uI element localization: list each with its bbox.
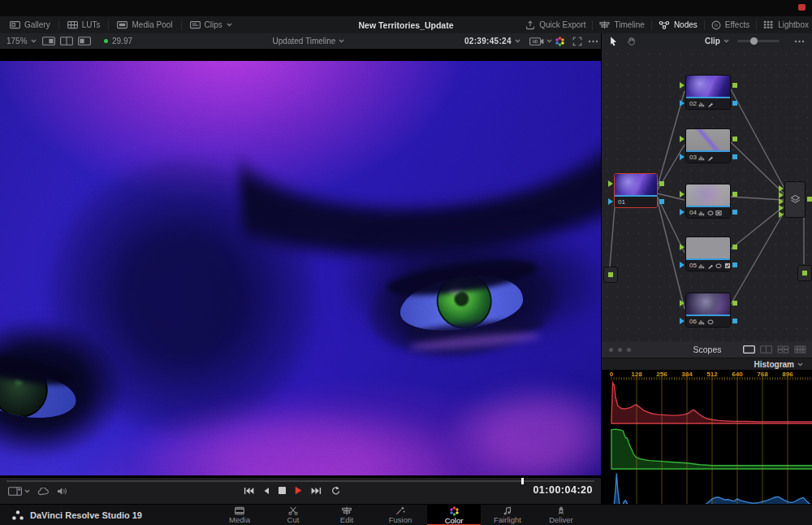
- corrector-node-06[interactable]: 06: [685, 293, 731, 328]
- node-panel-options-button[interactable]: [794, 33, 805, 49]
- frame-rate-indicator: 29.97: [104, 33, 132, 49]
- rgb-output-port[interactable]: [732, 245, 737, 249]
- page-fairlight[interactable]: Fairlight: [481, 505, 534, 525]
- page-cut[interactable]: Cut: [266, 505, 320, 525]
- chevron-down-icon: [31, 39, 37, 43]
- grade-toggle[interactable]: [555, 33, 565, 49]
- key-input-port[interactable]: [680, 100, 685, 106]
- chevron-down-icon: [546, 39, 552, 43]
- key-output-port[interactable]: [732, 319, 737, 323]
- viewer-layout-dropdown[interactable]: [8, 487, 30, 496]
- top-button-timeline[interactable]: Timeline: [599, 20, 644, 29]
- node-zoom-slider[interactable]: [737, 33, 780, 49]
- rgb-input-port[interactable]: [680, 82, 685, 89]
- scopes-title: Scopes: [693, 345, 721, 354]
- top-button-luts[interactable]: LUTs: [67, 20, 101, 29]
- top-button-nodes[interactable]: Nodes: [659, 20, 698, 29]
- corrector-node-05[interactable]: 05: [685, 236, 731, 271]
- format-selector[interactable]: HD: [529, 33, 552, 49]
- slider-track[interactable]: [737, 40, 780, 42]
- page-fusion[interactable]: Fusion: [374, 505, 427, 525]
- node-wire: [730, 88, 784, 187]
- rgb-input-port[interactable]: [680, 136, 685, 142]
- key-input-port[interactable]: [608, 198, 613, 205]
- scope-window-dots[interactable]: [602, 348, 631, 352]
- pan-tool-button[interactable]: [627, 33, 637, 49]
- bypass-grade-icon[interactable]: [37, 488, 50, 496]
- mixer-output-port[interactable]: [807, 197, 812, 202]
- mixer-input-port[interactable]: [779, 205, 784, 211]
- rgb-input-port[interactable]: [680, 191, 685, 197]
- rgb-output-port[interactable]: [732, 192, 737, 197]
- page-deliver[interactable]: Deliver: [534, 505, 588, 525]
- rgb-output-port[interactable]: [732, 301, 737, 306]
- scope-layout-single-icon[interactable]: [743, 345, 755, 354]
- expand-viewer-button[interactable]: [572, 33, 582, 49]
- timeline-selector[interactable]: Updated Timeline: [252, 33, 365, 49]
- source-node[interactable]: [603, 267, 618, 283]
- top-button-lightbox[interactable]: Lightbox: [763, 20, 809, 29]
- node-mode-dropdown[interactable]: Clip: [705, 33, 729, 49]
- viewer-scrubber[interactable]: [6, 480, 594, 482]
- ellipse-node-icon: [715, 262, 722, 269]
- key-input-port[interactable]: [680, 318, 685, 324]
- go-to-end-button[interactable]: [311, 487, 322, 495]
- selection-tool-button[interactable]: [609, 33, 618, 49]
- resolve-logo-icon: [11, 510, 24, 521]
- scope-layout-quad-icon[interactable]: [777, 345, 789, 354]
- mixer-input-port[interactable]: [779, 192, 784, 198]
- loop-button[interactable]: [330, 486, 340, 495]
- mixer-input-port[interactable]: [779, 198, 784, 205]
- key-output-port[interactable]: [732, 154, 737, 159]
- viewer-options-button[interactable]: [588, 33, 598, 49]
- bars-node-icon: [698, 262, 705, 269]
- key-input-port[interactable]: [680, 209, 685, 215]
- playhead-marker[interactable]: [521, 478, 524, 484]
- output-node[interactable]: [797, 265, 812, 281]
- rgb-output-port[interactable]: [659, 181, 664, 186]
- top-button-gallery[interactable]: Gallery: [10, 20, 50, 29]
- key-output-port[interactable]: [732, 262, 737, 267]
- stop-button[interactable]: [279, 487, 286, 494]
- key-input-port[interactable]: [680, 262, 685, 268]
- layer-mixer-node[interactable]: [784, 181, 806, 218]
- viewer-mode-enhanced-icon[interactable]: [78, 37, 91, 46]
- page-edit[interactable]: Edit: [320, 505, 374, 525]
- viewer-timecode[interactable]: 02:39:45:24: [464, 33, 520, 49]
- top-button-clips[interactable]: Clips: [190, 20, 232, 29]
- key-output-port[interactable]: [732, 101, 737, 106]
- top-button-quick-export[interactable]: Quick Export: [525, 20, 585, 30]
- corrector-node-04[interactable]: 04: [685, 184, 731, 219]
- key-input-port[interactable]: [680, 154, 685, 160]
- mixer-input-port[interactable]: [779, 211, 784, 218]
- rgb-output-port[interactable]: [732, 137, 737, 141]
- top-button-media-pool[interactable]: Media Pool: [117, 20, 172, 29]
- key-output-port[interactable]: [659, 199, 664, 204]
- speaker-icon[interactable]: [57, 487, 67, 496]
- page-media[interactable]: Media: [213, 505, 266, 525]
- viewer-zoom-dropdown[interactable]: 175%: [6, 33, 37, 49]
- go-to-start-button[interactable]: [244, 487, 254, 495]
- top-button-effects[interactable]: fxEffects: [711, 20, 749, 30]
- viewer-mode-split-icon[interactable]: [60, 37, 73, 46]
- scope-type-dropdown[interactable]: Histogram: [602, 358, 812, 370]
- corrector-node-01[interactable]: 01: [614, 173, 658, 208]
- rgb-input-port[interactable]: [608, 180, 613, 187]
- page-color[interactable]: Color: [427, 505, 481, 525]
- timeline-icon: [599, 20, 610, 29]
- slider-thumb[interactable]: [750, 37, 758, 45]
- key-output-port[interactable]: [732, 210, 737, 215]
- rgb-input-port[interactable]: [680, 300, 685, 306]
- rgb-output-port[interactable]: [732, 83, 737, 88]
- step-back-button[interactable]: [263, 487, 270, 495]
- corrector-node-03[interactable]: 03: [685, 128, 731, 163]
- play-button[interactable]: [295, 486, 302, 495]
- rgb-input-port[interactable]: [680, 244, 685, 250]
- scope-layout-two-icon[interactable]: [760, 345, 772, 354]
- color-viewer: [0, 49, 601, 478]
- corrector-node-02[interactable]: 02: [685, 75, 731, 110]
- scope-layout-grid-icon[interactable]: [794, 345, 806, 354]
- viewer-mode-single-icon[interactable]: [42, 37, 55, 46]
- mixer-input-port[interactable]: [779, 185, 784, 192]
- bars-node-icon: [698, 210, 705, 216]
